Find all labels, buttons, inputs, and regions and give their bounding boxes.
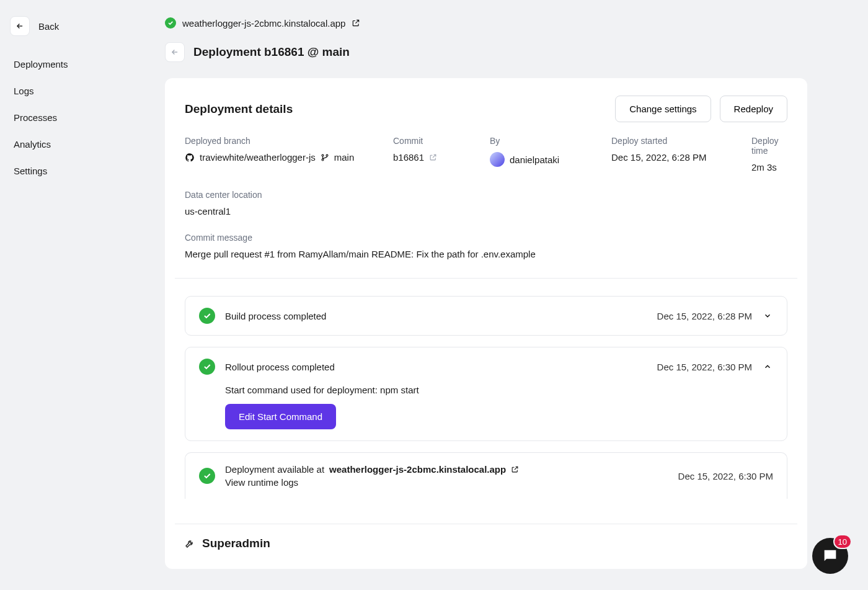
check-icon: [199, 308, 215, 324]
page-title: Deployment b16861 @ main: [193, 45, 350, 59]
superadmin-label: Superadmin: [202, 537, 270, 550]
nav-deployments[interactable]: Deployments: [6, 51, 149, 78]
svg-point-2: [322, 159, 324, 161]
check-icon: [199, 468, 215, 484]
started-value: Dec 15, 2022, 6:28 PM: [611, 152, 742, 163]
by-label: By: [490, 136, 601, 146]
status-ok-icon: [165, 17, 176, 29]
external-link-icon: [429, 153, 437, 161]
view-runtime-logs-link[interactable]: View runtime logs: [225, 477, 668, 488]
chat-badge: 10: [833, 534, 852, 549]
commit-label: Commit: [393, 136, 480, 146]
nav-analytics[interactable]: Analytics: [6, 131, 149, 158]
external-link-icon[interactable]: [352, 19, 360, 27]
details-card: Deployment details Change settings Redep…: [165, 78, 807, 569]
avatar: [490, 152, 505, 167]
domain-row: weatherlogger-js-2cbmc.kinstalocal.app: [165, 17, 807, 29]
details-title: Deployment details: [185, 102, 293, 116]
change-settings-button[interactable]: Change settings: [615, 96, 711, 122]
arrow-left-icon: [16, 22, 24, 30]
step-rollout[interactable]: Rollout process completed Dec 15, 2022, …: [185, 347, 787, 441]
nav-settings[interactable]: Settings: [6, 158, 149, 184]
dc-value: us-central1: [185, 206, 787, 217]
superadmin-row: Superadmin: [165, 524, 807, 569]
done-url[interactable]: weatherlogger-js-2cbmc.kinstalocal.app: [329, 464, 506, 475]
back-label: Back: [38, 21, 59, 32]
git-branch-icon: [321, 153, 329, 162]
wrench-icon: [185, 539, 195, 548]
msg-value: Merge pull request #1 from RamyAllam/mai…: [185, 249, 787, 259]
github-icon: [185, 153, 195, 163]
chevron-up-icon: [762, 362, 773, 371]
edit-start-command-button[interactable]: Edit Start Command: [225, 404, 336, 429]
chat-launcher[interactable]: 10: [812, 538, 848, 574]
step-build-title: Build process completed: [225, 311, 647, 321]
external-link-icon[interactable]: [511, 465, 519, 473]
svg-point-0: [322, 154, 324, 156]
commit-value[interactable]: b16861: [393, 152, 480, 163]
step-build-date: Dec 15, 2022, 6:28 PM: [657, 311, 752, 321]
chat-icon: [822, 547, 839, 565]
check-icon: [199, 359, 215, 375]
nav-logs[interactable]: Logs: [6, 78, 149, 104]
heading-back-button[interactable]: [165, 42, 185, 62]
chevron-down-icon: [762, 311, 773, 320]
back-icon-button[interactable]: [10, 16, 30, 36]
dc-label: Data center location: [185, 190, 787, 200]
domain-text[interactable]: weatherlogger-js-2cbmc.kinstalocal.app: [182, 18, 345, 29]
rollout-desc: Start command used for deployment: npm s…: [225, 385, 773, 395]
step-done: Deployment available at weatherlogger-js…: [185, 452, 787, 499]
svg-point-1: [326, 154, 328, 156]
step-rollout-title: Rollout process completed: [225, 362, 647, 372]
time-label: Deploy time: [751, 136, 787, 156]
time-value: 2m 3s: [751, 162, 787, 172]
done-prefix: Deployment available at: [225, 464, 324, 475]
branch-label: Deployed branch: [185, 136, 383, 146]
step-rollout-date: Dec 15, 2022, 6:30 PM: [657, 362, 752, 372]
branch-value: traviewhite/weatherlogger-js main: [185, 152, 383, 163]
heading-row: Deployment b16861 @ main: [165, 42, 807, 62]
redeploy-button[interactable]: Redeploy: [720, 96, 787, 122]
nav-processes[interactable]: Processes: [6, 104, 149, 131]
main-content: weatherlogger-js-2cbmc.kinstalocal.app D…: [155, 0, 837, 590]
started-label: Deploy started: [611, 136, 742, 146]
by-value: danielpataki: [490, 152, 601, 167]
arrow-left-icon: [170, 48, 179, 56]
back-row[interactable]: Back: [6, 10, 149, 51]
sidebar: Back Deployments Logs Processes Analytic…: [0, 0, 155, 590]
msg-label: Commit message: [185, 233, 787, 243]
step-done-date: Dec 15, 2022, 6:30 PM: [678, 471, 773, 481]
step-build[interactable]: Build process completed Dec 15, 2022, 6:…: [185, 296, 787, 336]
